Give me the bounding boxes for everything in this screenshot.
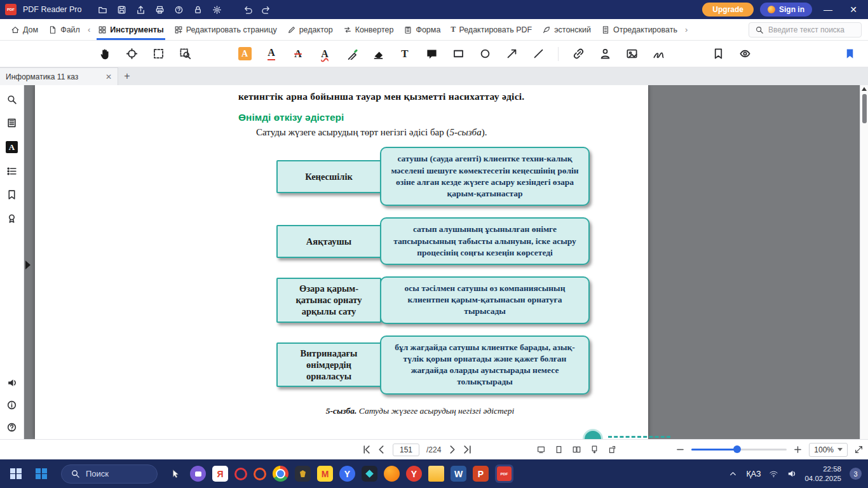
taskbar-search[interactable]: Поиск [61,464,158,484]
pin-toolbar-button[interactable] [839,44,860,64]
search-input[interactable] [768,25,855,34]
sidebar-search-icon[interactable] [6,94,17,105]
wifi-icon[interactable] [769,469,778,478]
menu-item-form[interactable]: Форма [399,19,445,40]
menu-item-home[interactable]: Дом [6,19,43,40]
help-icon[interactable] [174,5,184,15]
ellipse-tool-button[interactable] [474,44,496,64]
menu-scroll-left[interactable]: ‹ [86,25,92,34]
stamp-tool-button[interactable] [594,44,616,64]
sidebar-seal-icon[interactable] [6,213,17,224]
menu-scroll-right[interactable]: › [683,25,689,34]
reading-mode-button[interactable] [537,445,545,454]
first-page-button[interactable] [362,445,370,454]
new-tab-button[interactable]: + [118,67,136,85]
rotate-page-button[interactable] [608,445,616,454]
menu-item-editor[interactable]: редактор [283,19,337,40]
document-canvas[interactable]: кетингтік арна бойынша тауар мен қызметт… [24,85,860,439]
sidebar-speaker-icon[interactable] [6,377,17,388]
open-folder-icon[interactable] [98,5,107,15]
file-explorer-icon[interactable] [428,466,444,482]
menu-item-redact[interactable]: Отредактировать [597,19,682,40]
menu-item-converter[interactable]: Конвертер [339,19,398,40]
scroll-up-arrow[interactable] [862,87,867,91]
scroll-mode-button[interactable] [590,445,599,454]
sidebar-help-icon[interactable] [6,422,17,433]
tray-chevron-up-icon[interactable] [728,469,738,478]
menu-item-edit-pdf[interactable]: T Редактировать PDF [446,19,536,40]
save-icon[interactable] [117,5,126,15]
zoom-slider-handle[interactable] [733,445,741,453]
ok-app-icon[interactable] [384,466,400,482]
search-box[interactable] [749,22,862,37]
bookmark-tool-button[interactable] [707,44,729,64]
strikethrough-tool-button[interactable]: A [287,44,309,64]
document-tab[interactable]: Информатика 11 каз ✕ [0,67,118,85]
scrollbar-thumb[interactable] [862,94,867,123]
print-icon[interactable] [155,5,165,15]
page-number-input[interactable] [393,444,419,456]
cursor-app-icon[interactable] [168,466,184,482]
chrome-app-icon[interactable] [273,466,288,482]
marquee-tool-button[interactable] [147,44,169,64]
signature-tool-button[interactable] [648,44,669,64]
menu-item-tools[interactable]: Инструменты [93,19,168,40]
zoom-select-tool-button[interactable] [121,44,142,64]
gem-app-icon[interactable] [362,466,377,482]
opera-gx-app-icon[interactable] [254,468,266,480]
undo-icon[interactable] [243,5,252,15]
redo-icon[interactable] [262,5,271,15]
hand-tool-button[interactable] [94,44,116,64]
volume-icon[interactable] [787,469,796,478]
link-tool-button[interactable] [567,44,589,64]
menu-item-edit-page[interactable]: Редактировать страницу [170,19,281,40]
arrow-tool-button[interactable] [501,44,522,64]
line-tool-button[interactable] [527,44,549,64]
word-app-icon[interactable]: W [451,466,466,482]
single-page-button[interactable] [555,445,563,454]
sidebar-thumbnails-icon[interactable] [6,118,17,128]
zoom-level-select[interactable]: 100% [809,443,848,457]
eraser-tool-button[interactable] [367,44,389,64]
preview-button[interactable] [734,44,756,64]
last-page-button[interactable] [463,445,471,454]
share-icon[interactable] [136,5,146,15]
zoom-out-button[interactable] [676,445,684,454]
close-button[interactable]: ✕ [844,0,863,19]
yandex-app-icon[interactable]: Я [212,466,228,482]
sign-in-button[interactable]: Sign in [760,3,812,17]
sidebar-expand-handle[interactable] [25,261,31,269]
vertical-scrollbar[interactable] [860,85,868,439]
menu-item-estonian[interactable]: эстонский [538,19,595,40]
text-tool-button[interactable]: T [394,44,416,64]
pdf-reader-taskbar-button[interactable]: PDF [495,464,513,483]
start-button-secondary[interactable] [32,464,51,484]
rectangle-tool-button[interactable] [447,44,469,64]
opera-app-icon[interactable] [234,468,247,480]
sidebar-outline-icon[interactable] [6,166,17,177]
two-page-button[interactable] [573,445,581,454]
upgrade-button[interactable]: Upgrade [702,3,754,17]
start-button[interactable] [6,464,25,484]
y-red-app-icon[interactable]: Y [406,466,422,482]
comment-tool-button[interactable] [421,44,442,64]
squiggly-tool-button[interactable]: A [314,44,336,64]
next-page-button[interactable] [448,445,456,454]
image-tool-button[interactable] [621,44,642,64]
previous-page-button[interactable] [377,445,386,454]
menu-item-file[interactable]: Файл [44,19,85,40]
sidebar-text-icon[interactable]: A [6,141,18,153]
settings-gear-icon[interactable] [212,5,222,15]
lock-icon[interactable] [193,5,203,15]
clock[interactable]: 22:58 04.02.2025 [804,464,841,484]
freehand-pen-button[interactable] [341,44,362,64]
language-indicator[interactable]: ҚАЗ [746,470,761,478]
tab-close-icon[interactable]: ✕ [105,72,112,81]
highlight-tool-button[interactable]: A [234,44,255,64]
shield-app-icon[interactable] [295,466,311,482]
market-app-icon[interactable]: М [317,466,333,482]
zoom-in-button[interactable] [794,445,802,454]
zoom-slider[interactable] [691,449,787,451]
messenger-app-icon[interactable] [190,466,206,482]
area-zoom-tool-button[interactable] [174,44,196,64]
